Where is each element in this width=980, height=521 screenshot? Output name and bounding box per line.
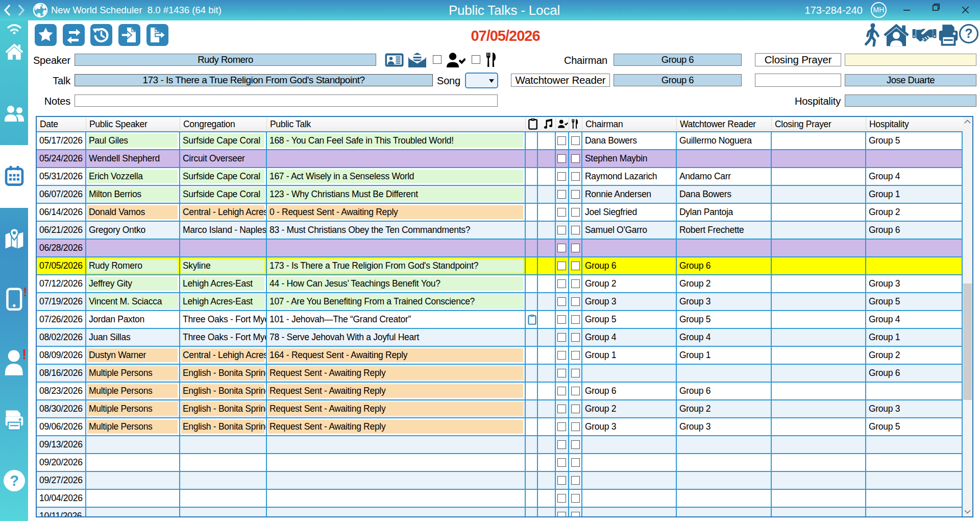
- svg-text:!: !: [22, 349, 27, 362]
- svg-text:!: !: [23, 287, 28, 299]
